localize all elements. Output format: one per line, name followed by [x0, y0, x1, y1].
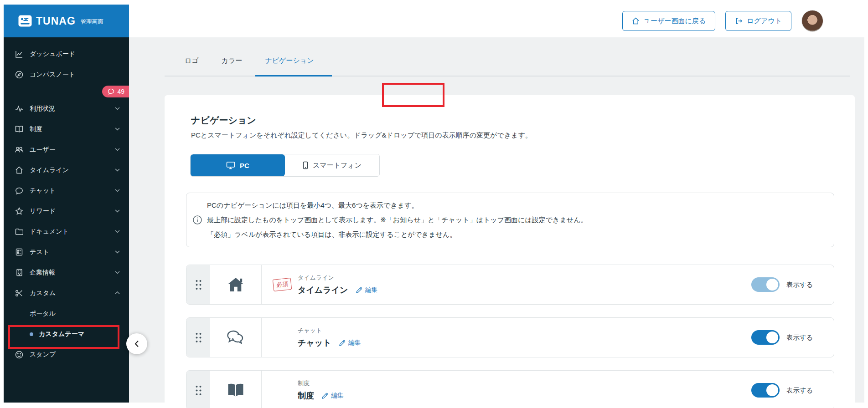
- sidebar-item-timeline[interactable]: タイムライン: [4, 160, 129, 180]
- tab-bar: ロゴ カラー ナビゲーション: [185, 56, 314, 65]
- segment-smartphone[interactable]: スマートフォン: [285, 154, 379, 176]
- info-line: 「必須」ラベルが表示されている項目は、非表示に設定することができません。: [207, 227, 588, 242]
- chevron-down-icon: [115, 250, 120, 254]
- info-box: PCのナビゲーションには項目を最小4つ、最大6つを表示できます。 最上部に設定し…: [186, 193, 834, 247]
- sidebar-item-company-info[interactable]: 企業情報: [4, 262, 129, 283]
- logout-button[interactable]: ログアウト: [725, 11, 791, 31]
- chevron-up-icon: [115, 291, 120, 295]
- sidebar-item-documents[interactable]: ドキュメント: [4, 221, 129, 242]
- chevron-down-icon: [115, 168, 120, 172]
- folder-icon: [15, 227, 24, 236]
- info-line: PCのナビゲーションには項目を最小4つ、最大6つを表示できます。: [207, 198, 588, 213]
- required-badge: 必須: [273, 278, 292, 291]
- tools-icon: [15, 289, 24, 298]
- sidebar-item-label: リワード: [30, 207, 56, 215]
- building-icon: [15, 268, 24, 277]
- sidebar-item-dashboard[interactable]: ダッシュボード: [4, 44, 129, 64]
- logout-icon: [735, 17, 743, 25]
- nav-item-row-timeline: 必須 タイムライン タイムライン 編集 表示する: [186, 265, 834, 305]
- chat-count-badge[interactable]: 49: [102, 86, 129, 97]
- edit-link[interactable]: 編集: [356, 286, 378, 294]
- active-tab-underline: [255, 75, 332, 76]
- device-segmented-control: PC スマートフォン: [190, 154, 380, 177]
- admin-app: TUNAG 管理画面 ダッシュボード コンパスノート 49 利用状況: [4, 5, 864, 403]
- panel-title: ナビゲーション: [191, 114, 834, 127]
- edit-label: 編集: [348, 339, 361, 347]
- sidebar-item-programs[interactable]: 制度: [4, 119, 129, 139]
- sidebar-logo[interactable]: TUNAG 管理画面: [4, 5, 129, 37]
- pencil-icon: [356, 286, 363, 294]
- tab-color[interactable]: カラー: [222, 56, 243, 65]
- back-to-user-screen-button[interactable]: ユーザー画面に戻る: [622, 11, 715, 31]
- visibility-toggle[interactable]: [751, 330, 780, 345]
- chat-count: 49: [117, 88, 124, 95]
- nav-item-title: チャット: [298, 337, 331, 348]
- sidebar-item-custom-theme[interactable]: カスタムテーマ: [4, 324, 129, 344]
- sidebar-item-label: カスタムテーマ: [39, 330, 84, 338]
- segment-smartphone-label: スマートフォン: [313, 161, 362, 170]
- users-icon: [15, 145, 24, 154]
- sidebar-item-label: チャット: [30, 187, 56, 195]
- sidebar-item-label: 制度: [30, 125, 42, 133]
- toggle-label: 表示する: [786, 333, 813, 342]
- sidebar-collapse-button[interactable]: [126, 333, 147, 354]
- chevron-down-icon: [115, 209, 120, 213]
- pencil-icon: [339, 339, 346, 347]
- topbar: ユーザー画面に戻る ログアウト: [129, 5, 864, 37]
- navigation-settings-panel: ナビゲーション PCとスマートフォンをそれぞれ設定してください。ドラッグ&ドロッ…: [165, 95, 855, 408]
- chevron-down-icon: [115, 189, 120, 192]
- edit-label: 編集: [365, 286, 378, 294]
- pencil-icon: [321, 392, 329, 399]
- nav-item-category: 制度: [298, 379, 344, 388]
- drag-handle[interactable]: [186, 371, 210, 408]
- chat-icon: [210, 318, 262, 357]
- nav-item-title: 制度: [298, 390, 314, 401]
- drag-handle[interactable]: [186, 318, 210, 357]
- edit-label: 編集: [331, 392, 344, 400]
- segment-pc[interactable]: PC: [191, 154, 285, 176]
- visibility-control: 表示する: [751, 277, 813, 292]
- chart-line-icon: [15, 50, 24, 59]
- nav-item-row-programs: 制度 制度 編集 表示する: [186, 370, 834, 408]
- avatar[interactable]: [801, 10, 823, 32]
- sidebar-item-label: カスタム: [30, 289, 56, 297]
- sidebar-item-label: ユーザー: [30, 146, 56, 154]
- sidebar-item-portal[interactable]: ポータル: [4, 303, 129, 324]
- sidebar-item-users[interactable]: ユーザー: [4, 139, 129, 160]
- tab-navigation[interactable]: ナビゲーション: [265, 56, 314, 65]
- visibility-toggle[interactable]: [751, 277, 780, 292]
- sidebar-item-label: ドキュメント: [30, 228, 69, 236]
- drag-handle[interactable]: [186, 265, 210, 304]
- back-button-label: ユーザー画面に戻る: [644, 17, 706, 26]
- edit-link[interactable]: 編集: [321, 392, 344, 400]
- sidebar: TUNAG 管理画面 ダッシュボード コンパスノート 49 利用状況: [4, 5, 129, 403]
- tab-logo[interactable]: ロゴ: [185, 56, 199, 65]
- sidebar-item-custom[interactable]: カスタム: [4, 283, 129, 303]
- activity-icon: [15, 104, 24, 113]
- nav-item-title: タイムライン: [298, 285, 348, 296]
- visibility-toggle[interactable]: [751, 383, 780, 398]
- toggle-label: 表示する: [786, 280, 813, 289]
- sidebar-item-reward[interactable]: リワード: [4, 201, 129, 221]
- visibility-control: 表示する: [751, 383, 813, 398]
- sidebar-item-label: コンパスノート: [30, 71, 75, 79]
- sidebar-item-label: 企業情報: [30, 269, 55, 277]
- sidebar-item-test[interactable]: テスト: [4, 242, 129, 262]
- chevron-down-icon: [115, 230, 120, 233]
- logo-suffix: 管理画面: [81, 18, 103, 26]
- edit-link[interactable]: 編集: [339, 339, 361, 347]
- nav-item-row-chat: チャット チャット 編集 表示する: [186, 317, 834, 357]
- sidebar-item-chat[interactable]: チャット: [4, 180, 129, 201]
- sidebar-item-label: ダッシュボード: [30, 50, 75, 58]
- logout-button-label: ログアウト: [747, 17, 782, 26]
- book-icon: [210, 371, 262, 408]
- toggle-label: 表示する: [786, 386, 813, 395]
- sidebar-item-compass-note[interactable]: コンパスノート: [4, 64, 129, 85]
- sidebar-item-usage[interactable]: 利用状況: [4, 98, 129, 119]
- home-icon: [632, 17, 640, 25]
- sidebar-item-label: ポータル: [30, 310, 56, 318]
- visibility-control: 表示する: [751, 330, 813, 345]
- sidebar-item-stamp[interactable]: スタンプ: [4, 344, 129, 365]
- segment-pc-label: PC: [240, 162, 249, 169]
- sidebar-item-label: スタンプ: [30, 351, 56, 359]
